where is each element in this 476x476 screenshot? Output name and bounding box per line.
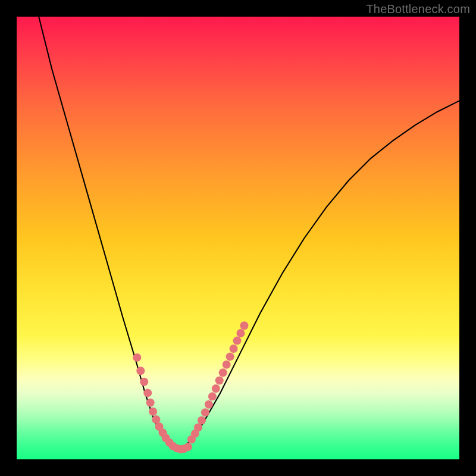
bottleneck-curve: [39, 17, 459, 450]
data-point: [233, 337, 242, 345]
data-point: [215, 377, 224, 385]
data-point: [194, 423, 202, 431]
data-point: [201, 408, 209, 416]
watermark-text: TheBottleneck.com: [366, 2, 470, 16]
data-point: [208, 392, 217, 400]
data-point: [226, 352, 234, 361]
data-point: [149, 408, 157, 416]
data-point: [152, 415, 160, 424]
data-point: [240, 321, 248, 330]
data-point: [140, 378, 148, 386]
data-point: [205, 400, 213, 409]
data-point: [236, 329, 245, 337]
data-point: [184, 443, 192, 451]
data-point: [146, 399, 155, 407]
data-point: [212, 384, 220, 393]
data-point: [219, 368, 227, 377]
data-point: [133, 353, 141, 362]
chart-frame: TheBottleneck.com: [0, 0, 476, 476]
data-point: [136, 367, 145, 375]
data-point: [143, 389, 152, 397]
data-point: [198, 416, 206, 425]
chart-svg: [17, 17, 459, 459]
data-point: [230, 345, 238, 353]
data-markers: [133, 321, 248, 453]
data-point: [223, 361, 231, 369]
plot-area: [17, 17, 459, 459]
